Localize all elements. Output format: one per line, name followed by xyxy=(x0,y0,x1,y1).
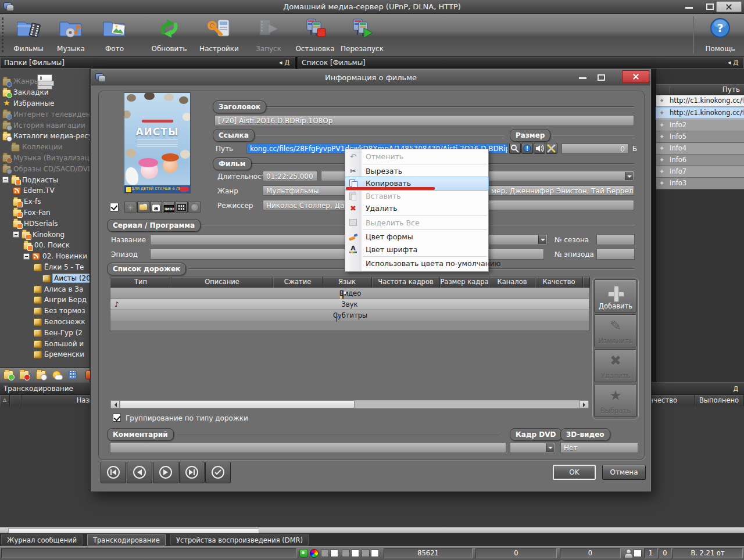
comment-field[interactable] xyxy=(110,442,506,453)
tab-transcoding[interactable]: Транскодирование xyxy=(87,534,166,545)
tree-item-favorites[interactable]: ★Избранные xyxy=(0,98,90,109)
pane-pin-controls[interactable]: ◂Д xyxy=(279,58,292,68)
menu-item-delete[interactable]: ✖ Удалить xyxy=(345,202,488,215)
track-group-audio[interactable]: ♪ Звук xyxy=(110,299,589,310)
info-check-button[interactable] xyxy=(521,143,533,154)
last-record-button[interactable] xyxy=(179,462,205,483)
list-row[interactable]: ✦Info5 xyxy=(656,131,744,143)
poster-enabled-checkbox[interactable] xyxy=(110,203,119,211)
toolbar-button-stop[interactable]: Остановка xyxy=(293,16,337,54)
list-row[interactable]: ✦Info3 xyxy=(656,178,744,189)
menu-item-form-color[interactable]: Цвет формы xyxy=(345,231,488,243)
scrollbar-thumb[interactable] xyxy=(120,400,355,408)
menu-item-font-color[interactable]: А Цвет шрифта xyxy=(345,243,488,256)
list-row[interactable]: ✦Info2 xyxy=(656,120,744,131)
tree-item-foxfan[interactable]: Fox-Fan xyxy=(0,207,90,218)
list-column-header-path[interactable]: Путь xyxy=(656,84,744,95)
collapse-expand-icon[interactable] xyxy=(23,253,30,260)
maximize-button[interactable] xyxy=(706,3,714,10)
sort-column-header[interactable]: △ xyxy=(0,395,10,406)
dropdown-arrow-icon[interactable] xyxy=(625,172,633,180)
grid-icon[interactable] xyxy=(68,371,77,379)
open-folder-button[interactable] xyxy=(137,201,149,213)
collapse-icon[interactable]: ◂ xyxy=(279,59,285,66)
track-column-framerate[interactable]: Частота кадров xyxy=(372,277,440,288)
title-field[interactable]: [720] Aisti.2O16.D.BDRip.1O8Op xyxy=(214,115,634,126)
collapse-expand-icon[interactable] xyxy=(13,231,19,238)
tree-item-movie[interactable]: Бен-Гур (2 xyxy=(0,327,90,338)
list-row[interactable]: ✦Info4 xyxy=(656,143,744,155)
amazon-button[interactable]: a xyxy=(150,201,162,213)
tree-item-podcasts[interactable]: Подкасты xyxy=(0,174,90,185)
tree-item-kinokong[interactable]: Kinokong xyxy=(0,229,90,240)
track-column-language[interactable]: Язык xyxy=(323,277,372,288)
toolbar-button-photo[interactable]: Фото xyxy=(98,16,131,54)
scroll-left-button[interactable] xyxy=(110,400,120,408)
list-row[interactable]: ✦http://c1.kinokong.cc/files/C xyxy=(656,95,744,107)
dialog-maximize-button[interactable] xyxy=(598,74,605,81)
toolbar-button-refresh[interactable]: Обновить xyxy=(146,16,192,54)
tree-item-movie-selected[interactable]: Аисты (201 xyxy=(0,272,90,283)
ok-button[interactable]: OK xyxy=(553,465,596,480)
cancel-button[interactable]: Отмена xyxy=(602,465,646,480)
dialog-minimize-button[interactable] xyxy=(579,77,586,79)
tree-item-exfs[interactable]: Ex-fs xyxy=(0,196,90,207)
list-row-selected[interactable]: ✦http://c1.kinokong.cc/files/2 xyxy=(656,107,744,119)
track-group-video[interactable]: Видео xyxy=(110,288,589,299)
tree-item-movie[interactable]: Ангри Берд xyxy=(0,295,90,306)
search-button[interactable] xyxy=(509,143,521,154)
tracks-scrollbar[interactable] xyxy=(110,400,589,409)
sound-button[interactable] xyxy=(534,143,545,154)
pin-icon[interactable]: Д xyxy=(733,59,741,66)
list-row[interactable]: ✦Info7 xyxy=(656,166,744,178)
tab-message-log[interactable]: Журнал сообщений xyxy=(1,534,83,545)
tab-playback-devices[interactable]: Устройства воспроизведения (DMR) xyxy=(170,534,309,545)
minimize-button[interactable] xyxy=(685,7,693,9)
toolbar-button-films[interactable]: Фильмы xyxy=(9,16,48,54)
toolbar-button-restart[interactable]: Перезапуск xyxy=(341,16,382,54)
dvd-frame-select[interactable] xyxy=(510,442,555,453)
grouping-checkbox[interactable] xyxy=(113,414,121,422)
next-record-button[interactable] xyxy=(153,462,178,483)
tree-item-media-catalogs[interactable]: Каталоги медиа-ресур xyxy=(0,131,90,142)
track-column-type[interactable]: Тип xyxy=(110,277,171,288)
film-frames-button[interactable] xyxy=(176,201,188,213)
scroll-right-button[interactable] xyxy=(580,400,589,408)
horizontal-scrollbar[interactable] xyxy=(0,527,744,533)
toolbar-button-settings[interactable]: Настройки xyxy=(198,16,241,54)
track-column-compression[interactable]: Сжатие xyxy=(273,277,323,288)
duration-field[interactable]: 01:22:25.000 xyxy=(263,171,317,181)
track-column-framesize[interactable]: Размер кадра xyxy=(440,277,489,288)
tree-item-music-visualization[interactable]: Музыка (Визуализаци xyxy=(0,153,90,164)
tree-item-hdserials[interactable]: HDSerials xyxy=(0,218,90,229)
size-field[interactable]: 0 xyxy=(561,143,628,154)
menu-item-default-colors[interactable]: Использовать цвета по-умолчанию xyxy=(345,257,488,270)
tree-item-internet-tv[interactable]: Интернет телевидени xyxy=(0,109,90,120)
collapse-expand-icon[interactable] xyxy=(2,177,9,183)
folder-delete-icon[interactable] xyxy=(19,371,29,379)
pin-icon[interactable]: Д xyxy=(284,59,292,66)
folder-cloud-icon[interactable] xyxy=(36,371,46,379)
episode-number-field[interactable] xyxy=(596,249,635,260)
folder-edit-icon[interactable] xyxy=(3,371,13,379)
icon-column-header[interactable] xyxy=(10,395,22,406)
list-row[interactable]: ✦Info6 xyxy=(656,155,744,166)
season-number-field[interactable] xyxy=(596,234,635,245)
first-record-button[interactable] xyxy=(101,462,126,483)
dropdown-arrow-icon[interactable] xyxy=(546,443,554,452)
pane-pin-controls[interactable]: ◂Д xyxy=(728,58,741,68)
imdb-button[interactable]: IMDb xyxy=(163,201,175,213)
close-button[interactable] xyxy=(716,1,742,12)
tree-item-cd-images[interactable]: Образы CD/SACD/DVD xyxy=(0,163,90,174)
column-header-done[interactable]: Выполнено xyxy=(695,395,744,406)
apply-button[interactable] xyxy=(205,462,231,483)
toolbar-button-music[interactable]: Музыка xyxy=(53,16,88,54)
folders-pane-header[interactable]: Папки [Фильмы] ◂Д xyxy=(0,57,295,69)
tools-button[interactable] xyxy=(546,143,557,154)
dialog-close-button[interactable] xyxy=(622,70,649,83)
weather-icon[interactable] xyxy=(52,371,61,379)
video3d-select[interactable]: Нет xyxy=(560,442,638,453)
tree-item-movie[interactable]: Белоснежк xyxy=(0,317,90,328)
tree-item-edemtv[interactable]: Edem.TV xyxy=(0,185,90,196)
tree-item-history[interactable]: История навигации xyxy=(0,120,90,131)
